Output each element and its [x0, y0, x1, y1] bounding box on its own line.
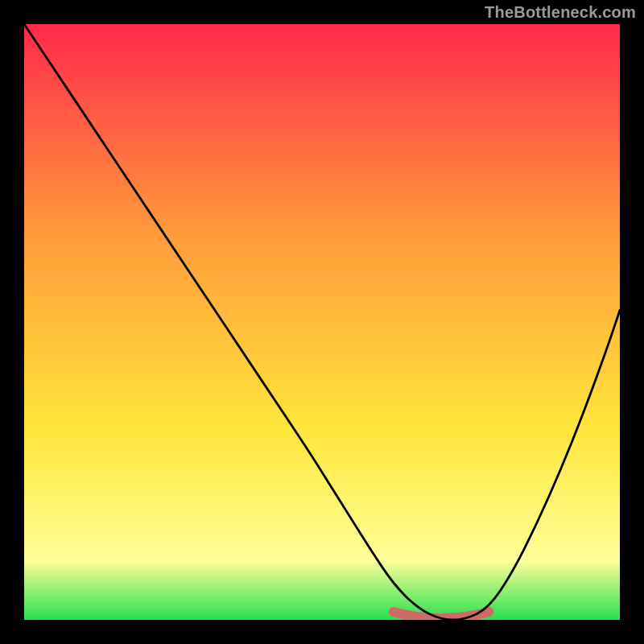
chart-svg [24, 24, 620, 620]
gradient-background [24, 24, 620, 620]
plot-area [24, 24, 620, 620]
watermark-text: TheBottleneck.com [485, 3, 636, 22]
chart-frame: TheBottleneck.com [0, 0, 644, 644]
